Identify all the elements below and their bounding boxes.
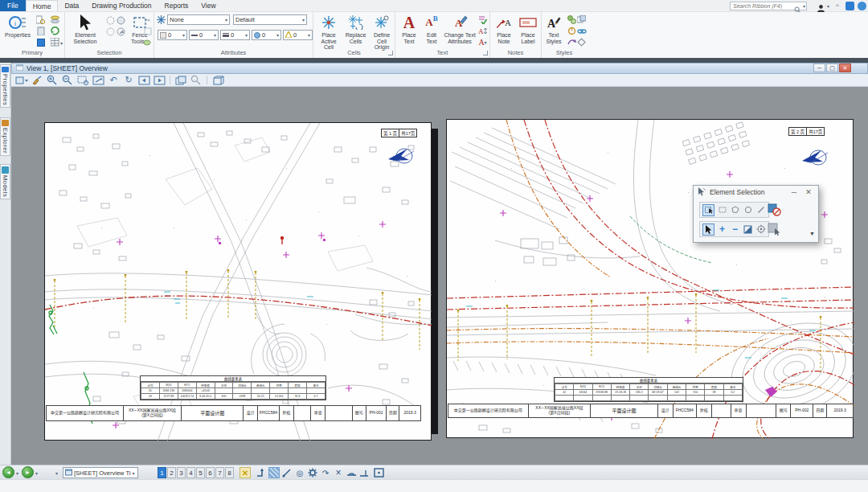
paste-icon[interactable] — [35, 26, 46, 36]
view-next-icon[interactable] — [153, 75, 166, 85]
intersection-snap-icon[interactable]: × — [333, 467, 344, 478]
connect-advisor-icon[interactable] — [845, 2, 854, 10]
collapse-ribbon-icon[interactable]: ^ — [836, 2, 839, 10]
clip-volume-icon[interactable] — [211, 75, 224, 85]
priority-combo[interactable]: 0▾ — [283, 30, 313, 40]
method-block-button[interactable] — [717, 204, 727, 215]
sheet-selector-combo[interactable]: [SHEET] Overview Ti ▾ — [63, 467, 138, 478]
window-area-icon[interactable] — [76, 75, 89, 85]
tab-data[interactable]: Data — [58, 0, 85, 11]
back-caret[interactable]: ▾ — [16, 470, 18, 476]
properties-button[interactable]: i Properties — [3, 14, 32, 39]
view-toggle-3[interactable]: 3 — [177, 467, 186, 478]
method-line-button[interactable] — [755, 204, 766, 215]
help-icon[interactable] — [858, 2, 866, 10]
method-individual-button[interactable] — [702, 204, 714, 216]
dialog-title-bar[interactable]: Element Selection ─ ✕ — [694, 186, 818, 199]
refresh-levels-icon[interactable] — [50, 26, 60, 36]
copy-view-icon[interactable] — [174, 75, 187, 85]
element-styles-icon[interactable] — [576, 14, 587, 25]
view-attributes-icon[interactable] — [15, 75, 28, 85]
mode-clear-button[interactable] — [755, 223, 766, 235]
view-title-bar[interactable]: View 1, [SHEET] Overview — [11, 63, 868, 74]
fence-mode-icon[interactable] — [142, 37, 153, 47]
forward-button[interactable]: ► — [22, 466, 34, 478]
accusnap-toggle[interactable] — [268, 467, 280, 478]
view-close-button[interactable]: ✕ — [839, 64, 851, 72]
forward-caret[interactable]: ▾ — [35, 470, 38, 476]
method-shape-button[interactable] — [730, 204, 740, 215]
method-circle-button[interactable] — [743, 204, 753, 215]
sidebar-tab-explorer[interactable]: Explorer — [0, 117, 10, 156]
sidebar-tab-models[interactable]: Models — [0, 164, 10, 199]
update-view-icon[interactable] — [31, 75, 43, 85]
active-template-combo[interactable]: None▾ — [167, 14, 230, 25]
view-toggle-2[interactable]: 2 — [167, 467, 176, 478]
mode-new-button[interactable] — [702, 223, 714, 236]
cut-icon[interactable]: ✂ — [142, 14, 153, 25]
view-toggle-8[interactable]: 8 — [225, 467, 234, 478]
dialog-close-button[interactable]: ✕ — [803, 188, 814, 196]
view-search-icon[interactable] — [190, 75, 203, 85]
place-note-button[interactable]: A Place Note — [493, 14, 515, 44]
dialog-minimize-button[interactable]: ─ — [788, 188, 800, 196]
select-all-icon[interactable] — [768, 223, 781, 236]
active-level-combo[interactable]: Default▾ — [233, 14, 307, 25]
text-case-icon[interactable]: A — [477, 26, 488, 36]
dialog-expand-caret[interactable]: ▼ — [809, 231, 815, 236]
mode-add-button[interactable]: + — [717, 223, 727, 235]
accudraw-toggle[interactable]: ✕ — [240, 467, 251, 478]
fence-clip-icon[interactable] — [142, 26, 153, 36]
view-toggle-1[interactable]: 1 — [158, 467, 166, 478]
active-color-icon[interactable] — [35, 37, 46, 47]
replace-cells-button[interactable]: Replace Cells — [343, 14, 368, 44]
drop-cap-icon[interactable]: A▾ — [477, 37, 488, 47]
view-minimize-button[interactable]: ─ — [813, 64, 825, 72]
view-toggle-4[interactable]: 4 — [186, 467, 195, 478]
rotate-view-icon[interactable]: ↶ — [107, 75, 120, 85]
select-by-circle-icon[interactable] — [105, 15, 116, 26]
active-color-combo[interactable]: 0▾ — [158, 30, 187, 40]
level-manager-caret[interactable]: ▾ — [60, 40, 63, 46]
view-maximize-button[interactable]: ▢ — [826, 64, 838, 72]
tab-view[interactable]: View — [194, 0, 222, 11]
select-previous-icon[interactable] — [116, 27, 126, 37]
user-dropdown-caret[interactable]: ▾ — [827, 3, 829, 9]
rotate-view-cw-icon[interactable]: ↻ — [122, 75, 135, 85]
apply-style-icon[interactable] — [576, 37, 587, 47]
edit-text-button[interactable]: AB Edit Text — [421, 14, 442, 44]
level-manager-icon[interactable] — [50, 37, 60, 47]
element-info-icon[interactable] — [35, 14, 46, 25]
tab-file[interactable]: File — [0, 0, 26, 11]
view-previous-icon[interactable] — [137, 75, 150, 85]
view-toggle-5[interactable]: 5 — [196, 467, 205, 478]
select-by-line-icon[interactable] — [105, 27, 116, 37]
search-dropdown-caret[interactable]: ▾ — [803, 3, 805, 9]
fit-view-icon[interactable] — [92, 75, 104, 85]
tab-home[interactable]: Home — [26, 0, 59, 11]
tab-drawing-production[interactable]: Drawing Production — [85, 0, 158, 11]
sidebar-tab-properties[interactable]: Properties — [0, 64, 10, 108]
tangent-snap-icon[interactable] — [346, 467, 357, 478]
mode-invert-button[interactable] — [743, 223, 753, 235]
view-toggle-7[interactable]: 7 — [215, 467, 224, 478]
keypoint-snap-icon[interactable]: ◎ — [294, 467, 305, 478]
history-caret[interactable]: ▾ — [55, 470, 58, 476]
change-text-attributes-button[interactable]: A Change Text Attributes — [444, 14, 476, 44]
link-styles-icon[interactable] — [576, 26, 587, 36]
sketch-icon[interactable] — [281, 467, 293, 478]
zoom-out-icon[interactable] — [61, 75, 74, 85]
rotate-snap-icon[interactable]: ↷ — [320, 467, 331, 478]
spell-check-icon[interactable] — [477, 14, 488, 25]
place-text-button[interactable]: A Place Text — [399, 14, 420, 44]
view-toggle-6[interactable]: 6 — [206, 467, 215, 478]
zoom-in-icon[interactable] — [46, 75, 59, 85]
back-button[interactable]: ◄ — [2, 466, 14, 478]
define-cell-origin-button[interactable]: Define Cell Origin — [370, 14, 394, 51]
settings-gear-icon[interactable] — [307, 467, 318, 478]
place-label-button[interactable]: Place Label — [517, 14, 539, 44]
text-styles-button[interactable]: A Text Styles — [543, 14, 564, 44]
perpendicular-snap-icon[interactable] — [358, 467, 370, 478]
tab-reports[interactable]: Reports — [158, 0, 195, 11]
snap-mode-icon[interactable] — [256, 467, 267, 478]
